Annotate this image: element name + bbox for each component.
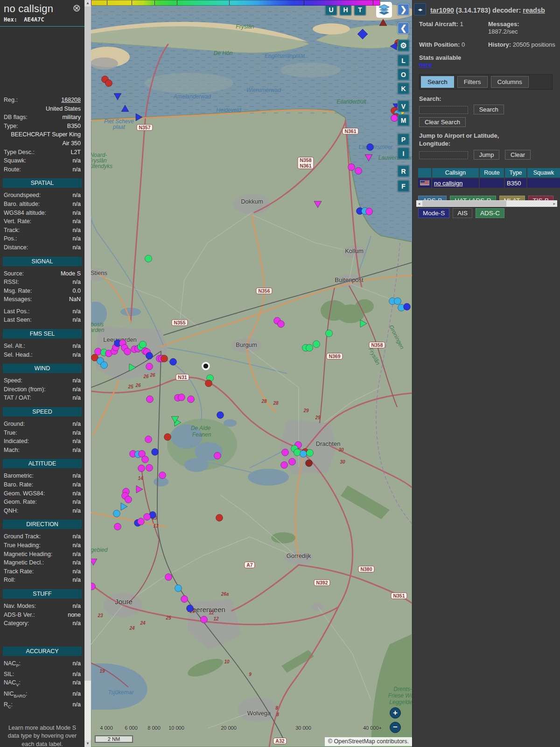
aircraft-marker[interactable]	[294, 449, 301, 456]
clear-search-button[interactable]: Clear Search	[419, 117, 466, 127]
aircraft-marker[interactable]	[314, 201, 322, 208]
aircraft-marker[interactable]	[306, 345, 313, 352]
aircraft-marker[interactable]	[300, 451, 307, 458]
expand-sidebar-button[interactable]: ❯	[398, 4, 409, 15]
column-header[interactable]	[418, 168, 431, 177]
jump-clear-button[interactable]: Clear	[505, 150, 531, 160]
aircraft-marker[interactable]	[145, 436, 152, 443]
aircraft-marker[interactable]	[91, 583, 96, 590]
table-horizontal-scrollbar[interactable]: ◂ ▸	[416, 200, 557, 207]
aircraft-marker[interactable]	[365, 155, 372, 161]
aircraft-marker[interactable]	[326, 330, 333, 337]
aircraft-marker[interactable]	[306, 460, 313, 467]
aircraft-marker[interactable]	[367, 144, 374, 151]
aircraft-marker[interactable]	[390, 42, 397, 50]
map-toggle-r-button[interactable]: R	[398, 165, 409, 177]
tp-cell[interactable]: B350	[505, 178, 526, 188]
aircraft-marker[interactable]	[91, 559, 97, 565]
aircraft-marker[interactable]	[145, 255, 152, 262]
aircraft-marker[interactable]	[203, 363, 209, 369]
aircraft-marker[interactable]	[114, 523, 121, 530]
column-header[interactable]: Callsign	[432, 168, 479, 177]
aircraft-marker[interactable]	[165, 574, 172, 581]
aircraft-marker[interactable]	[281, 462, 288, 469]
tab-search[interactable]: Search	[421, 76, 454, 88]
filter-mode-s-button[interactable]: Mode-S	[418, 208, 449, 218]
aircraft-marker[interactable]	[205, 380, 212, 387]
aircraft-marker[interactable]	[146, 363, 153, 370]
search-button[interactable]: Search	[474, 105, 504, 114]
aircraft-marker[interactable]	[121, 105, 129, 112]
map-toggle-l-button[interactable]: L	[398, 55, 409, 66]
aircraft-marker[interactable]	[278, 321, 285, 328]
aircraft-table-row[interactable]: no callsignB350?	[418, 178, 560, 188]
map-toggle-p-button[interactable]: P	[398, 134, 409, 145]
map-toggle-i-button[interactable]: I	[398, 148, 409, 159]
cs-cell[interactable]: no callsign	[432, 178, 479, 188]
aircraft-marker[interactable]	[175, 585, 182, 592]
zoom-in-button[interactable]: +	[390, 707, 401, 719]
aircraft-marker[interactable]	[360, 320, 367, 327]
aircraft-marker[interactable]	[144, 514, 151, 521]
zoom-out-button[interactable]: −	[390, 722, 401, 733]
jump-input[interactable]	[419, 151, 468, 159]
column-header[interactable]: Squawk	[527, 168, 560, 177]
aircraft-marker[interactable]	[394, 298, 401, 305]
search-input[interactable]	[419, 106, 468, 114]
panel-collapse-button[interactable]: ◂▸	[414, 3, 426, 15]
aircraft-marker[interactable]	[125, 496, 132, 503]
flag-cell[interactable]	[418, 178, 431, 188]
aircraft-marker[interactable]	[138, 465, 145, 472]
aircraft-marker[interactable]	[289, 458, 296, 465]
jump-button[interactable]: Jump	[474, 150, 500, 160]
map[interactable]: StiensDokkumKollumBuitenpostBurgumLeeuwa…	[91, 0, 412, 747]
sq-cell[interactable]	[527, 178, 560, 188]
aircraft-marker[interactable]	[124, 348, 131, 355]
settings-button[interactable]: ⚙	[398, 40, 409, 51]
collapse-sidebar-button[interactable]: ❮	[398, 22, 409, 34]
aircraft-marker[interactable]	[164, 434, 171, 441]
column-header[interactable]: Route	[480, 168, 504, 177]
aircraft-marker[interactable]	[217, 412, 224, 419]
close-icon[interactable]: ⊗	[72, 3, 81, 13]
tar1090-link[interactable]: tar1090	[430, 7, 454, 14]
aircraft-marker[interactable]	[113, 510, 120, 517]
aircraft-marker[interactable]	[136, 486, 143, 493]
aircraft-marker[interactable]	[201, 616, 208, 623]
tab-columns[interactable]: Columns	[491, 76, 529, 88]
map-toggle-k-button[interactable]: K	[398, 83, 409, 94]
table-scrollbar-thumb[interactable]	[422, 201, 506, 206]
aircraft-marker[interactable]	[152, 449, 159, 456]
aircraft-marker[interactable]	[129, 364, 136, 371]
aircraft-marker[interactable]	[379, 19, 387, 26]
column-header[interactable]: Type	[505, 168, 526, 177]
aircraft-marker[interactable]	[355, 168, 362, 175]
stats-here-link[interactable]: here	[419, 61, 432, 68]
aircraft-marker[interactable]	[170, 359, 177, 366]
aircraft-marker[interactable]	[136, 113, 142, 121]
aircraft-marker[interactable]	[101, 362, 108, 369]
aircraft-marker[interactable]	[147, 396, 154, 403]
aircraft-marker[interactable]	[146, 352, 153, 359]
aircraft-marker[interactable]	[366, 208, 373, 215]
readsb-link[interactable]: readsb	[523, 7, 545, 14]
aircraft-marker[interactable]	[313, 341, 320, 348]
aircraft-marker[interactable]	[187, 605, 194, 612]
map-toggle-o-button[interactable]: O	[398, 69, 409, 80]
aircraft-marker[interactable]	[140, 341, 147, 348]
scrollbar-up-icon[interactable]: ▲	[84, 0, 91, 7]
aircraft-marker[interactable]	[142, 456, 149, 463]
aircraft-marker[interactable]	[178, 394, 185, 401]
aircraft-marker[interactable]	[181, 596, 188, 603]
tab-filters[interactable]: Filters	[457, 76, 488, 88]
aircraft-marker[interactable]	[348, 164, 355, 171]
aircraft-marker[interactable]	[307, 450, 314, 457]
registration-link[interactable]: 168208	[21, 96, 81, 105]
scrollbar-down-icon[interactable]: ▼	[84, 740, 91, 747]
aircraft-marker[interactable]	[105, 80, 112, 87]
aircraft-marker[interactable]	[138, 518, 145, 525]
scroll-right-icon[interactable]: ▸	[552, 200, 557, 207]
scroll-left-icon[interactable]: ◂	[416, 200, 422, 207]
aircraft-marker[interactable]	[121, 503, 127, 510]
aircraft-marker[interactable]	[114, 93, 121, 100]
